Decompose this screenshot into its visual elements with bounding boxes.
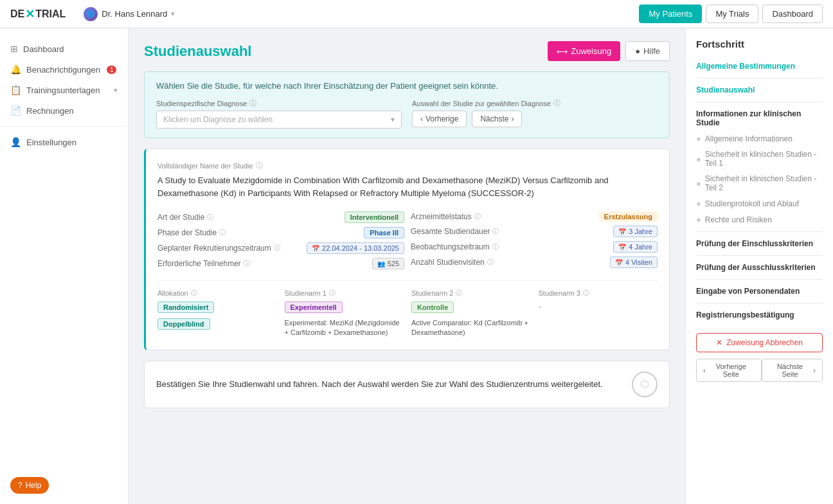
study-title: A Study to Evaluate Mezigdomide in Combi… [157,174,658,199]
settings-icon: 👤 [10,137,21,147]
chevron-down-icon: ▾ [114,86,118,94]
arm2-label: Studienarm 2 ⓘ [411,289,531,298]
naechste-button[interactable]: Nächste › [472,111,522,127]
progress-divider-5 [696,279,823,280]
study-card: Vollständiger Name der Studie ⓘ A Study … [144,148,670,350]
arms-section: Allokation ⓘ Randomisiert Doppelblind St… [157,280,658,338]
teilnehmer-row: Erforderliche Teilnehmer ⓘ 👥 525 [157,256,404,271]
help-button[interactable]: ? Help [10,477,49,494]
diagnose-label: Studienspezifische Diagnose ⓘ [156,98,402,108]
rekrutierung-label: Geplanter Rekrutierungszeitraum ⓘ [157,244,280,253]
art-label: Art der Studie ⓘ [157,213,213,222]
info-icon-beobachtung: ⓘ [492,242,499,251]
progress-section: Allgemeine Bestimmungen Studienauswahl I… [696,59,823,323]
study-left-col: Art der Studie ⓘ Interventionell Phase d… [157,210,404,271]
info-icon-studiendauer: ⓘ [492,227,499,236]
allokation-col: Allokation ⓘ Randomisiert Doppelblind [157,289,277,338]
my-trials-button[interactable]: My Trials [706,4,758,23]
calendar-icon: 📅 [312,245,319,252]
info-icon-art: ⓘ [207,213,213,222]
benachrichtigungen-badge: 1 [107,66,117,74]
panel-vorherige-button[interactable]: ‹ Vorherige Seite [696,359,762,382]
right-panel: Fortschritt Allgemeine Bestimmungen Stud… [685,28,833,504]
dashboard-button[interactable]: Dashboard [762,4,823,23]
main-layout: ⊞ Dashboard 🔔 Benachrichtigungen 1 📋 Tra… [0,28,833,504]
panel-title: Fortschritt [696,39,823,50]
beobachtung-value: 📅 4 Jahre [613,241,658,253]
progress-rechte: ● Rechte und Risiken [696,212,823,228]
teilnehmer-label: Erforderliche Teilnehmer ⓘ [157,259,250,268]
chevron-right-icon: › [511,114,514,123]
zuweisung-button[interactable]: ⟷ Zuweisung [548,41,620,61]
top-navigation: DE ✕ TRIAL 🌐 Dr. Hans Lennard ▾ My Patie… [0,0,833,28]
info-icon-arm2: ⓘ [456,289,462,298]
rechnungen-icon: 📄 [10,105,21,116]
progress-eingabe-personen: Eingabe von Personendaten [696,284,823,299]
info-icon-3: ⓘ [256,161,263,170]
logo-x-icon: ✕ [25,7,35,21]
sidebar-item-rechnungen-label: Rechnungen [26,106,74,116]
visiten-row: Anzahl Studienvisiten ⓘ 📅 4 Visiten [411,255,658,270]
info-icon-rekrutierung: ⓘ [274,244,280,253]
progress-sicherheit-2: ● Sicherheit in klinischen Studien - Tei… [696,171,823,195]
panel-naechste-button[interactable]: Nächste Seite › [762,359,823,382]
select-chevron-icon: ▾ [391,115,395,124]
chevron-left-icon: ‹ [420,114,423,123]
hilfe-button[interactable]: ● Hilfe [625,41,670,61]
abbrechen-button[interactable]: ✕ Zuweisung Abbrechen [696,333,823,352]
info-icon-arm3: ⓘ [583,289,589,298]
sidebar-item-dashboard-label: Dashboard [23,44,64,54]
user-name: Dr. Hans Lennard [102,9,167,19]
sidebar-item-rechnungen[interactable]: 📄 Rechnungen [0,100,128,121]
info-icon-arm1: ⓘ [329,289,336,298]
rekrutierung-value: 📅 22.04.2024 - 13.03.2025 [307,242,404,254]
info-row: Studienspezifische Diagnose ⓘ Klicken um… [156,98,658,129]
my-patients-button[interactable]: My Patients [639,4,702,23]
info-icon: ⓘ [249,98,256,108]
check-icon-5: ● [696,215,701,224]
sidebar-item-benachrichtigungen[interactable]: 🔔 Benachrichtigungen 1 [0,59,128,80]
help-circle-icon: ● [635,46,640,56]
vorherige-button[interactable]: ‹ Vorherige [412,111,467,127]
nav-buttons: My Patients My Trials Dashboard [639,4,823,23]
arzneimittel-label: Arzneimittelstatus ⓘ [411,212,481,221]
progress-divider-1 [696,78,823,78]
arm3-value: - [539,302,658,311]
sidebar-item-einstellungen[interactable]: 👤 Einstellungen [0,132,128,152]
sidebar: ⊞ Dashboard 🔔 Benachrichtigungen 1 📋 Tra… [0,28,129,504]
auswahl-label: Auswahl der Studie zur gewählten Diagnos… [412,98,658,108]
progress-divider-3 [696,231,823,232]
sidebar-item-dashboard[interactable]: ⊞ Dashboard [0,39,128,59]
phase-value: Phase III [364,227,404,239]
progress-allgemeine-info: ● Allgemeine Informationen [696,130,823,147]
arm1-desc: Experimental: MeziKd (Mezigdomide + Carf… [285,318,404,338]
diagnose-select[interactable]: Klicken um Diagnose zu wählen ▾ [156,111,402,129]
help-icon: ? [18,481,22,490]
confirm-icon: ⬡ [632,372,658,397]
studiendauer-label: Gesamte Studiendauer ⓘ [411,227,499,236]
check-icon-2: ● [696,154,701,164]
arzneimittel-row: Arzneimittelstatus ⓘ Erstzulassung [411,210,658,224]
arm3-label: Studienarm 3 ⓘ [539,289,658,298]
confirm-text: Bestätigen Sie Ihre Studienwahl und fahr… [156,378,622,391]
sidebar-item-trainingsunterlagen[interactable]: 📋 Trainingsunterlagen ▾ [0,80,128,100]
calendar-icon-2: 📅 [618,228,626,235]
auswahl-col: Auswahl der Studie zur gewählten Diagnos… [412,98,658,127]
phase-row: Phase der Studie ⓘ Phase III [157,225,404,240]
progress-sicherheit-1: ● Sicherheit in klinischen Studien - Tei… [696,147,823,171]
panel-footer: ✕ Zuweisung Abbrechen ‹ Vorherige Seite … [696,333,823,382]
progress-divider-4 [696,255,823,256]
calendar-icon-3: 📅 [618,244,626,251]
zuweisung-icon: ⟷ [557,47,568,56]
progress-pruefung-ausschluss: Prüfung der Ausschlusskriterien [696,260,823,275]
info-icon-2: ⓘ [553,98,560,108]
user-menu[interactable]: 🌐 Dr. Hans Lennard ▾ [84,7,175,21]
logo-trial: TRIAL [35,8,66,20]
sidebar-divider [0,126,128,127]
check-icon-3: ● [696,179,701,188]
info-icon-teilnehmer: ⓘ [244,259,250,268]
panel-navigation: ‹ Vorherige Seite Nächste Seite › [696,359,823,382]
check-icon-4: ● [696,199,701,208]
phase-label: Phase der Studie ⓘ [157,228,226,237]
study-right-col: Arzneimittelstatus ⓘ Erstzulassung Gesam… [411,210,658,271]
